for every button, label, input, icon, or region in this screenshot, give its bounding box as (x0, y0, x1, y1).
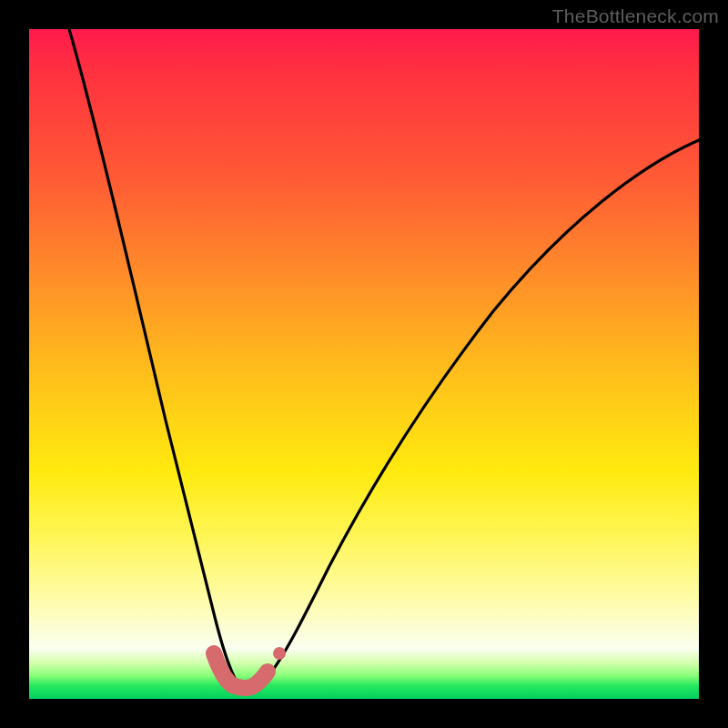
trough-marker-dot (273, 647, 286, 660)
curve-path (69, 29, 699, 688)
plot-area (29, 29, 699, 699)
trough-marker-stroke (214, 653, 268, 688)
bottleneck-curve (29, 29, 699, 699)
watermark-text: TheBottleneck.com (552, 5, 719, 27)
chart-frame: TheBottleneck.com (0, 0, 728, 728)
